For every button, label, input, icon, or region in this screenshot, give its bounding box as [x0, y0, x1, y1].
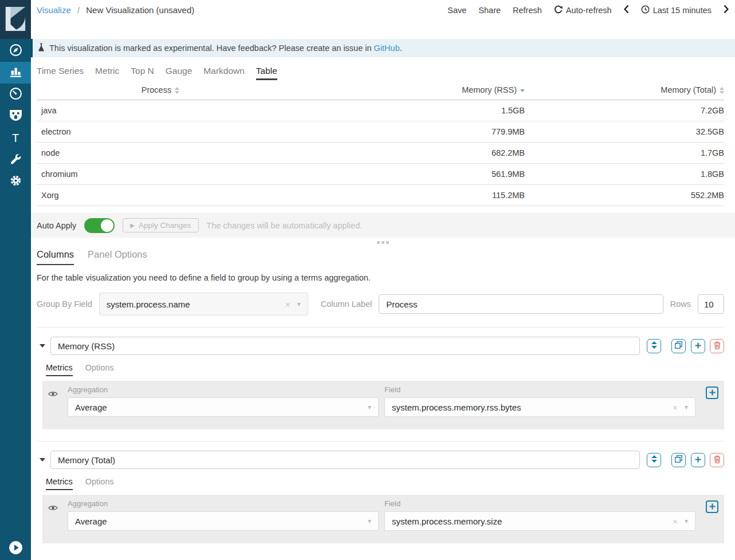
banner-message: This visualization is marked as experime… [49, 44, 372, 53]
tab-options[interactable]: Options [85, 363, 114, 376]
gear-icon [10, 175, 22, 188]
reorder-series-button[interactable] [647, 339, 661, 353]
add-series-button[interactable] [691, 339, 705, 353]
add-metric-button[interactable] [706, 500, 718, 513]
column-header-process[interactable]: Process [37, 80, 284, 100]
add-metric-button[interactable] [706, 387, 718, 399]
tab-options[interactable]: Options [85, 477, 114, 490]
collapse-caret-icon[interactable] [40, 458, 45, 462]
nav-item-dashboard[interactable] [0, 84, 31, 105]
time-forward-button[interactable] [724, 5, 729, 15]
series-header [37, 337, 724, 355]
add-series-button[interactable] [691, 453, 705, 467]
time-back-button[interactable] [624, 5, 629, 15]
tab-top-n[interactable]: Top N [131, 66, 154, 80]
aggregation-select[interactable]: Average ▾ [68, 397, 379, 417]
clear-selection-icon[interactable]: × [673, 403, 678, 412]
breadcrumb-visualize-link[interactable]: Visualize [37, 5, 71, 15]
dropdown-caret-icon[interactable]: ▾ [368, 517, 371, 525]
dropdown-caret-icon[interactable]: ▾ [685, 517, 688, 525]
field-label: Field [384, 385, 695, 394]
dropdown-caret-icon[interactable]: ▾ [685, 403, 688, 411]
time-picker-button[interactable]: Last 15 minutes [641, 5, 712, 15]
tab-table[interactable]: Table [256, 66, 277, 80]
sort-icon [720, 87, 724, 94]
clear-selection-icon[interactable]: × [285, 299, 290, 309]
nav-item-app-t[interactable]: T [0, 127, 31, 149]
flask-icon [38, 43, 45, 53]
series-label-input[interactable] [50, 337, 640, 355]
nav-item-discover[interactable] [0, 40, 31, 62]
cell-memory-rss: 682.2MB [284, 143, 525, 164]
auto-apply-toggle[interactable] [84, 218, 115, 233]
series-memory-rss: Metrics Options Aggregation [37, 327, 724, 429]
clone-series-button[interactable] [671, 339, 686, 353]
rows-input[interactable] [698, 294, 724, 314]
github-link[interactable]: GitHub [374, 44, 400, 53]
clock-icon [641, 5, 650, 15]
sort-icon [175, 87, 179, 94]
tab-markdown[interactable]: Markdown [203, 66, 245, 80]
field-combobox[interactable]: system.process.memory.size × ▾ [384, 511, 695, 531]
auto-refresh-button[interactable]: Auto-refresh [554, 5, 612, 15]
table-row: Xorg 115.2MB 552.2MB [37, 185, 724, 206]
play-circle-icon [9, 541, 23, 557]
apply-changes-button[interactable]: ▶ Apply Changes [123, 218, 198, 232]
clone-series-button[interactable] [671, 453, 686, 467]
toggle-visibility-button[interactable] [48, 385, 62, 417]
column-header-memory-rss[interactable]: Memory (RSS) [284, 80, 525, 100]
save-button[interactable]: Save [447, 6, 466, 15]
panel-resize-handle[interactable] [31, 238, 735, 247]
series-tabs: Metrics Options [46, 363, 724, 376]
cell-process: node [37, 143, 284, 164]
nav-item-timelion[interactable] [0, 105, 31, 127]
table-header-row: Process Memory (RSS) Memory (Total) [37, 80, 724, 100]
chevron-right-icon [724, 5, 729, 15]
aggregation-column: Aggregation Average ▾ [68, 499, 379, 531]
refresh-button[interactable]: Refresh [513, 6, 542, 15]
nav-item-visualize[interactable] [0, 62, 31, 84]
dropdown-caret-icon[interactable]: ▾ [368, 403, 371, 411]
clone-icon [675, 455, 682, 464]
tab-metrics[interactable]: Metrics [46, 477, 73, 490]
delete-series-button[interactable] [710, 339, 724, 353]
group-by-field-combobox[interactable]: system.process.name × ▾ [99, 293, 308, 316]
tab-columns[interactable]: Columns [37, 249, 74, 265]
column-label-input[interactable] [379, 294, 663, 314]
plus-icon [695, 342, 701, 350]
series-label-input[interactable] [50, 451, 640, 469]
tab-gauge[interactable]: Gauge [166, 66, 192, 80]
cell-memory-total: 1.7GB [525, 143, 724, 164]
nav-item-management[interactable] [0, 171, 31, 192]
delete-series-button[interactable] [710, 453, 724, 467]
collapse-nav-button[interactable] [0, 541, 31, 557]
group-by-controls: Group By Field system.process.name × ▾ C… [37, 293, 724, 316]
clear-selection-icon[interactable]: × [673, 516, 678, 526]
table-row: electron 779.9MB 32.5GB [37, 121, 724, 143]
refresh-cycle-icon [554, 5, 563, 15]
collapse-caret-icon[interactable] [40, 344, 45, 348]
tab-time-series[interactable]: Time Series [37, 66, 84, 80]
tab-metrics[interactable]: Metrics [46, 363, 73, 376]
toggle-visibility-button[interactable] [48, 499, 62, 531]
group-by-field-label: Group By Field [37, 299, 92, 309]
tab-metric[interactable]: Metric [95, 66, 119, 80]
kibana-logo[interactable] [0, 0, 31, 39]
series-memory-total: Metrics Options Aggregation [37, 441, 724, 543]
dropdown-caret-icon[interactable]: ▾ [297, 300, 301, 308]
eye-icon [48, 390, 58, 399]
series-tabs: Metrics Options [46, 477, 724, 490]
column-header-memory-total[interactable]: Memory (Total) [525, 80, 724, 100]
tab-panel-options[interactable]: Panel Options [88, 249, 147, 265]
top-actions: Save Share Refresh Auto-refresh [447, 5, 729, 15]
table-row: chromium 561.9MB 1.8GB [37, 164, 724, 185]
aggregation-select[interactable]: Average ▾ [68, 511, 379, 531]
cell-memory-rss: 115.2MB [284, 185, 525, 206]
reorder-series-button[interactable] [647, 453, 661, 467]
share-button[interactable]: Share [478, 6, 501, 15]
banner-suffix: . [400, 44, 402, 53]
time-range-label: Last 15 minutes [653, 6, 712, 15]
field-combobox[interactable]: system.process.memory.rss.bytes × ▾ [384, 397, 695, 417]
aggregation-value: Average [75, 403, 368, 412]
nav-item-dev-tools[interactable] [0, 149, 31, 171]
